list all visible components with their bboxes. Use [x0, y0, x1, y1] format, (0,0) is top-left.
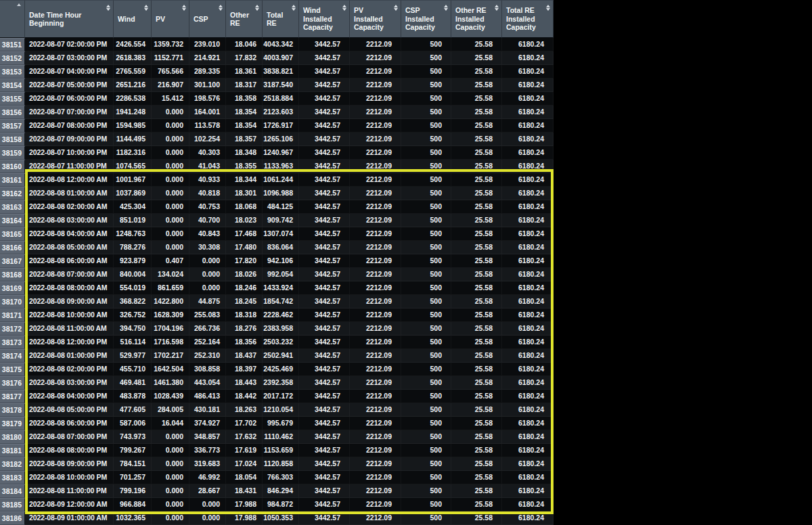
- table-cell[interactable]: 3187.540: [263, 78, 299, 92]
- table-cell[interactable]: 1182.316: [114, 146, 152, 160]
- row-number-cell[interactable]: 38151: [0, 38, 25, 51]
- table-cell[interactable]: 30.308: [189, 241, 226, 254]
- table-cell[interactable]: 6180.24: [502, 173, 554, 187]
- table-cell[interactable]: 2022-08-08 04:00:00 PM: [25, 390, 114, 403]
- table-cell[interactable]: 784.151: [114, 457, 152, 471]
- table-cell[interactable]: 836.064: [263, 241, 299, 254]
- table-cell[interactable]: 2022-08-09 12:00:00 AM: [25, 498, 114, 511]
- table-cell[interactable]: 443.054: [189, 376, 226, 390]
- table-cell[interactable]: 2212.09: [350, 430, 401, 444]
- table-cell[interactable]: 2212.09: [350, 133, 401, 146]
- table-cell[interactable]: 25.58: [451, 430, 502, 444]
- table-cell[interactable]: 18.443: [226, 376, 263, 390]
- table-cell[interactable]: 18.245: [226, 295, 263, 309]
- table-cell[interactable]: 743.973: [114, 430, 152, 444]
- table-cell[interactable]: 255.083: [189, 309, 226, 322]
- table-cell[interactable]: 529.977: [114, 349, 152, 363]
- table-cell[interactable]: 25.58: [451, 78, 502, 92]
- table-cell[interactable]: 2212.09: [350, 363, 401, 376]
- table-cell[interactable]: 16.044: [152, 417, 189, 430]
- table-cell[interactable]: 500: [401, 309, 451, 322]
- table-cell[interactable]: 2022-08-08 02:00:00 AM: [25, 200, 114, 214]
- table-cell[interactable]: 2212.09: [350, 51, 401, 65]
- table-cell[interactable]: 25.58: [451, 65, 502, 78]
- table-cell[interactable]: 0.000: [189, 511, 226, 525]
- table-cell[interactable]: 2022-08-08 09:00:00 AM: [25, 295, 114, 309]
- table-cell[interactable]: 3442.57: [299, 498, 350, 511]
- table-cell[interactable]: 25.58: [451, 295, 502, 309]
- table-cell[interactable]: 484.125: [263, 200, 299, 214]
- table-cell[interactable]: 3442.57: [299, 349, 350, 363]
- table-cell[interactable]: 0.000: [152, 511, 189, 525]
- table-cell[interactable]: 1153.659: [263, 444, 299, 457]
- row-number-cell[interactable]: 38161: [0, 173, 25, 187]
- table-cell[interactable]: 2022-08-07 06:00:00 PM: [25, 92, 114, 106]
- table-cell[interactable]: 6180.24: [502, 241, 554, 254]
- table-cell[interactable]: 40.753: [189, 200, 226, 214]
- table-cell[interactable]: 1050.353: [263, 511, 299, 525]
- table-cell[interactable]: 25.58: [451, 403, 502, 417]
- table-cell[interactable]: 25.58: [451, 309, 502, 322]
- table-cell[interactable]: 40.818: [189, 187, 226, 200]
- table-cell[interactable]: 6180.24: [502, 146, 554, 160]
- table-cell[interactable]: 2392.358: [263, 376, 299, 390]
- table-cell[interactable]: 500: [401, 457, 451, 471]
- table-cell[interactable]: 486.413: [189, 390, 226, 403]
- row-number-cell[interactable]: 38173: [0, 336, 25, 349]
- table-cell[interactable]: 216.907: [152, 78, 189, 92]
- table-cell[interactable]: 1307.074: [263, 227, 299, 241]
- table-cell[interactable]: 1210.054: [263, 403, 299, 417]
- table-cell[interactable]: 319.683: [189, 457, 226, 471]
- table-cell[interactable]: 1074.565: [114, 160, 152, 173]
- table-cell[interactable]: 2022-08-07 05:00:00 PM: [25, 78, 114, 92]
- row-number-cell[interactable]: 38166: [0, 241, 25, 254]
- table-cell[interactable]: 6180.24: [502, 254, 554, 268]
- table-cell[interactable]: 1061.244: [263, 173, 299, 187]
- table-cell[interactable]: 1110.462: [263, 430, 299, 444]
- table-cell[interactable]: 2212.09: [350, 38, 401, 51]
- table-cell[interactable]: 18.318: [226, 309, 263, 322]
- table-cell[interactable]: 4003.907: [263, 51, 299, 65]
- table-cell[interactable]: 2212.09: [350, 403, 401, 417]
- table-cell[interactable]: 0.000: [152, 200, 189, 214]
- table-cell[interactable]: 17.024: [226, 457, 263, 471]
- table-cell[interactable]: 6180.24: [502, 133, 554, 146]
- table-cell[interactable]: 2022-08-08 03:00:00 AM: [25, 214, 114, 227]
- table-cell[interactable]: 6180.24: [502, 51, 554, 65]
- table-cell[interactable]: 500: [401, 160, 451, 173]
- table-cell[interactable]: 2212.09: [350, 295, 401, 309]
- table-cell[interactable]: 18.355: [226, 160, 263, 173]
- table-cell[interactable]: 18.354: [226, 119, 263, 133]
- table-cell[interactable]: 500: [401, 498, 451, 511]
- table-cell[interactable]: 2212.09: [350, 227, 401, 241]
- row-number-cell[interactable]: 38180: [0, 430, 25, 444]
- table-cell[interactable]: 2212.09: [350, 336, 401, 349]
- table-cell[interactable]: 25.58: [451, 390, 502, 403]
- table-cell[interactable]: 25.58: [451, 241, 502, 254]
- table-cell[interactable]: 2022-08-08 11:00:00 AM: [25, 322, 114, 336]
- table-cell[interactable]: 469.481: [114, 376, 152, 390]
- sort-icon[interactable]: [292, 5, 296, 11]
- table-cell[interactable]: 18.276: [226, 322, 263, 336]
- row-number-cell[interactable]: 38164: [0, 214, 25, 227]
- table-cell[interactable]: 6180.24: [502, 336, 554, 349]
- table-cell[interactable]: 17.480: [226, 241, 263, 254]
- table-cell[interactable]: 18.354: [226, 106, 263, 119]
- table-cell[interactable]: 1359.732: [152, 38, 189, 51]
- table-cell[interactable]: 500: [401, 38, 451, 51]
- table-cell[interactable]: 2765.559: [114, 65, 152, 78]
- row-number-cell[interactable]: 38157: [0, 119, 25, 133]
- table-cell[interactable]: 17.632: [226, 430, 263, 444]
- table-cell[interactable]: 500: [401, 471, 451, 484]
- table-cell[interactable]: 2212.09: [350, 119, 401, 133]
- table-cell[interactable]: 500: [401, 227, 451, 241]
- table-cell[interactable]: 516.114: [114, 336, 152, 349]
- table-cell[interactable]: 430.181: [189, 403, 226, 417]
- table-cell[interactable]: 2022-08-08 03:00:00 PM: [25, 376, 114, 390]
- table-cell[interactable]: 1854.742: [263, 295, 299, 309]
- table-cell[interactable]: 2212.09: [350, 78, 401, 92]
- table-cell[interactable]: 394.750: [114, 322, 152, 336]
- table-cell[interactable]: 500: [401, 173, 451, 187]
- table-cell[interactable]: 18.054: [226, 471, 263, 484]
- table-cell[interactable]: 18.317: [226, 78, 263, 92]
